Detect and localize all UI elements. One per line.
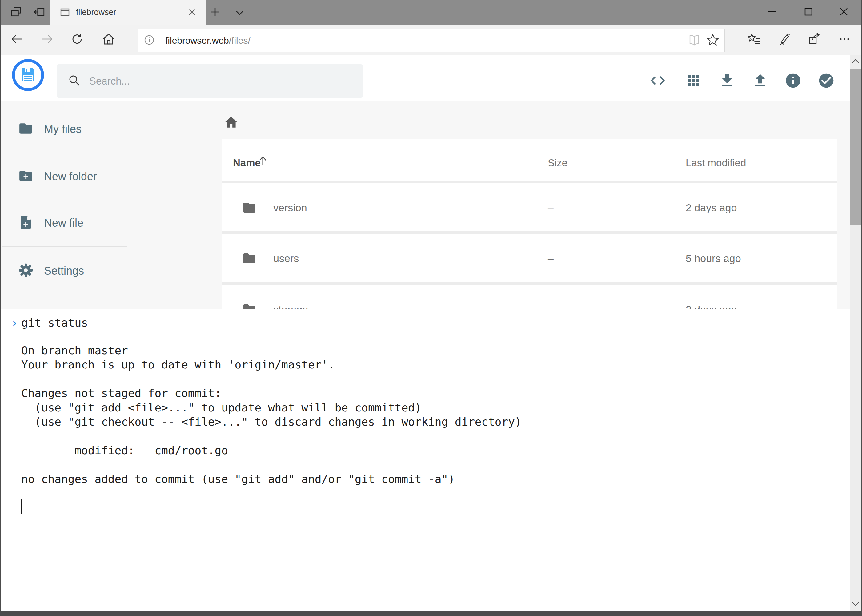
grid-icon (686, 73, 701, 90)
terminal-output-line: Your branch is up to date with 'origin/m… (21, 358, 522, 372)
pen-icon (777, 32, 791, 48)
scrollbar-up-button[interactable] (850, 55, 861, 69)
file-modified: 2 days ago (686, 202, 737, 214)
page-scrollbar[interactable] (850, 55, 861, 611)
switch-view-code-button[interactable] (643, 67, 672, 95)
terminal-output-line: On branch master (21, 344, 522, 358)
back-button[interactable] (6, 29, 28, 50)
terminal-output-line (21, 329, 522, 344)
create-new-folder-icon (9, 168, 33, 185)
download-button[interactable] (713, 67, 741, 95)
terminal-output-line: modified: cmd/root.go (21, 443, 522, 458)
terminal-panel[interactable]: › git status On branch master Your branc… (1, 309, 850, 611)
file-row-users[interactable]: users – 5 hours ago (222, 234, 837, 282)
window-border-bottom (0, 611, 862, 616)
search-input[interactable] (89, 75, 342, 87)
sort-ascending-arrow-icon[interactable] (256, 154, 269, 169)
tab-close-button[interactable] (185, 6, 199, 19)
file-name: users (273, 253, 299, 264)
gear-icon (9, 262, 33, 279)
file-size: – (548, 303, 554, 309)
file-name: version (273, 202, 307, 214)
window-minimize-button[interactable] (761, 2, 783, 22)
search-icon (57, 74, 81, 89)
file-row-storage[interactable]: storage – 2 days ago (222, 285, 837, 309)
terminal-output-line (21, 372, 522, 387)
file-size: – (548, 253, 554, 264)
upload-button[interactable] (746, 67, 774, 95)
home-icon (102, 32, 116, 47)
upload-icon (752, 72, 769, 90)
scrollbar-down-button[interactable] (850, 598, 861, 611)
column-header-modified[interactable]: Last modified (686, 157, 746, 169)
terminal-output-line (21, 429, 522, 444)
prompt-chevron-icon: › (11, 316, 18, 330)
maximize-icon (804, 7, 813, 17)
select-multiple-button[interactable] (812, 67, 840, 95)
site-info-icon[interactable] (143, 34, 155, 47)
share-icon (807, 32, 822, 48)
page-favicon-icon (59, 7, 71, 18)
navigation-bar: filebrowser.web/files/ (0, 25, 862, 55)
terminal-output-line: (use "git checkout -- <file>..." to disc… (21, 415, 522, 429)
window-border-right (861, 0, 862, 616)
file-row-version[interactable]: version – 2 days ago (222, 183, 837, 231)
sidebar-label: Settings (44, 264, 84, 277)
sidebar-label: New file (44, 217, 84, 229)
tab-bar: filebrowser (0, 0, 862, 25)
tab-preview-button[interactable] (8, 6, 25, 20)
breadcrumb-home-button[interactable] (221, 113, 241, 133)
grid-view-button[interactable] (679, 67, 708, 95)
window-maximize-button[interactable] (797, 2, 819, 22)
url-text: filebrowser.web/files/ (165, 35, 685, 46)
sidebar-item-settings[interactable]: Settings (9, 258, 118, 284)
minimize-icon (768, 7, 777, 17)
chevron-down-icon (235, 9, 245, 17)
settings-more-button[interactable] (834, 29, 855, 50)
refresh-button[interactable] (66, 29, 88, 50)
ellipsis-icon (838, 32, 851, 47)
set-tabs-aside-button[interactable] (31, 6, 48, 20)
info-button[interactable] (779, 67, 807, 95)
tab-list-dropdown-button[interactable] (232, 7, 248, 19)
browser-window: filebrowser (0, 0, 862, 616)
sidebar-label: New folder (44, 170, 97, 183)
chevron-down-icon (851, 601, 860, 608)
web-note-button[interactable] (773, 29, 795, 50)
app-content: My files New folder New file Settings Na… (1, 102, 850, 309)
filebrowser-logo[interactable] (12, 59, 44, 91)
add-favorite-star-button[interactable] (703, 31, 722, 50)
reading-view-button[interactable] (685, 31, 703, 50)
back-arrow-icon (10, 32, 24, 47)
sidebar-item-new-file[interactable]: New file (9, 211, 118, 236)
terminal-output: On branch master Your branch is up to da… (21, 329, 522, 487)
terminal-output-line: Changes not staged for commit: (21, 386, 522, 401)
active-tab[interactable]: filebrowser (50, 0, 206, 25)
window-close-button[interactable] (833, 2, 855, 22)
forward-button[interactable] (36, 29, 58, 50)
search-box[interactable] (57, 64, 363, 98)
terminal-cursor (21, 500, 22, 514)
share-button[interactable] (804, 29, 825, 50)
hub-star-list-icon (747, 32, 761, 48)
home-button[interactable] (98, 29, 120, 50)
file-modified: 5 hours ago (686, 253, 741, 264)
file-modified: 2 days ago (686, 303, 737, 309)
chevron-up-icon (851, 58, 860, 65)
scrollbar-thumb[interactable] (850, 69, 861, 225)
download-icon (719, 72, 736, 90)
new-tab-button[interactable] (207, 6, 224, 20)
tab-preview-icon (11, 6, 22, 19)
star-icon (706, 33, 720, 48)
reading-view-book-icon (687, 33, 701, 48)
file-name: storage (273, 303, 308, 309)
sidebar-item-my-files[interactable]: My files (9, 116, 118, 142)
column-header-size[interactable]: Size (548, 157, 567, 169)
url-host: filebrowser.web (165, 35, 229, 46)
note-add-icon (9, 215, 33, 231)
sidebar-item-new-folder[interactable]: New folder (9, 164, 118, 189)
sidebar-label: My files (44, 123, 82, 136)
window-border-left (0, 0, 1, 616)
favorites-hub-button[interactable] (743, 29, 765, 50)
address-bar[interactable]: filebrowser.web/files/ (137, 28, 725, 52)
